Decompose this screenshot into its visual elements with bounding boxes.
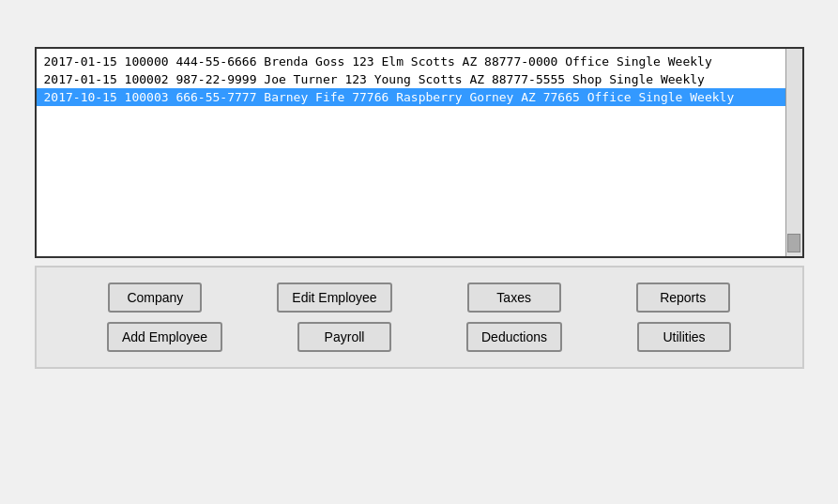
deductions-button[interactable]: Deductions bbox=[466, 322, 562, 352]
button-panel: CompanyEdit EmployeeTaxesReports Add Emp… bbox=[35, 266, 804, 369]
utilities-button[interactable]: Utilities bbox=[637, 322, 731, 352]
scrollbar-thumb[interactable] bbox=[787, 234, 800, 252]
button-row-2: Add EmployeePayrollDeductionsUtilities bbox=[107, 322, 731, 352]
list-item[interactable]: 2017-01-15 100000 444-55-6666 Brenda Gos… bbox=[37, 53, 785, 70]
employee-list[interactable]: 2017-01-15 100000 444-55-6666 Brenda Gos… bbox=[37, 49, 785, 256]
list-item[interactable]: 2017-10-15 100003 666-55-7777 Barney Fif… bbox=[37, 88, 785, 106]
reports-button[interactable]: Reports bbox=[636, 283, 730, 313]
list-item[interactable]: 2017-01-15 100002 987-22-9999 Joe Turner… bbox=[37, 70, 785, 88]
taxes-button[interactable]: Taxes bbox=[467, 283, 561, 313]
edit-employee-button[interactable]: Edit Employee bbox=[277, 283, 391, 313]
employee-list-container: 2017-01-15 100000 444-55-6666 Brenda Gos… bbox=[35, 47, 804, 258]
payroll-button[interactable]: Payroll bbox=[297, 322, 391, 352]
button-row-1: CompanyEdit EmployeeTaxesReports bbox=[108, 283, 729, 313]
add-employee-button[interactable]: Add Employee bbox=[107, 322, 222, 352]
scrollbar-track[interactable] bbox=[785, 49, 802, 256]
company-button[interactable]: Company bbox=[108, 283, 202, 313]
main-container: 2017-01-15 100000 444-55-6666 Brenda Gos… bbox=[35, 47, 804, 369]
